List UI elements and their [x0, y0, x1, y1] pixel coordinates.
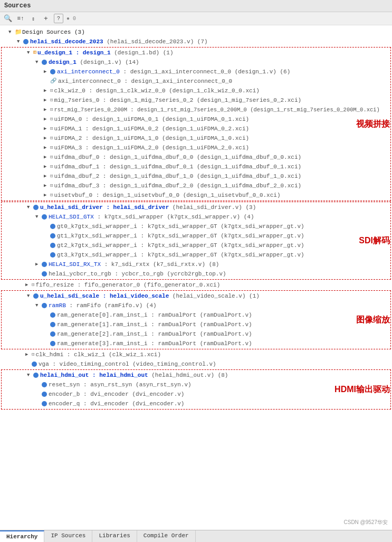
- ip-icon: ⊡: [50, 115, 53, 123]
- fifo-resize-label: fifo_resize : fifo_generator_0 (fifo_gen…: [35, 281, 220, 289]
- ram-gen3-row[interactable]: ▶ ram_generate[3].ram_inst_i : ramDualPo…: [2, 339, 390, 348]
- arrow-icon: ▶: [44, 153, 50, 161]
- mig7series-row[interactable]: ▶ ⊡ mig_7series_0 : design_1_mig_7series…: [2, 96, 390, 105]
- gt2-label: gt2_k7gtx_sdi_wrapper_i : k7gtx_sdi_wrap…: [57, 241, 304, 250]
- gt3-label: gt3_k7gtx_sdi_wrapper_i : k7gtx_sdi_wrap…: [57, 251, 304, 259]
- sdi-decode-section: ▼ u_helai_sdi_driver : helai_sdi_driver …: [0, 202, 392, 280]
- design-sources-label: Design Sources (3): [22, 28, 85, 36]
- arrow-icon: ▼: [17, 37, 23, 46]
- gt0-row[interactable]: ▶ gt0_k7gtx_sdi_wrapper_i : k7gtx_sdi_wr…: [2, 222, 390, 231]
- u-helai-sdi-scale-row[interactable]: ▼ u_helai_sdi_scale : helai_video_scale …: [2, 291, 390, 301]
- hdmi-out-section: ▼ helai_hdmi_out : helai_hdmi_out (helai…: [0, 369, 392, 410]
- encoder-q-label: encoder_q : dvi_encoder (dvi_encoder.v): [49, 400, 184, 408]
- ram-gen0-row[interactable]: ▶ ram_generate[0].ram_inst_i : ramDualPo…: [2, 310, 390, 320]
- gt2-row[interactable]: ▶ gt2_k7gtx_sdi_wrapper_i : k7gtx_sdi_wr…: [2, 241, 390, 250]
- fifo-resize-row[interactable]: ▶ ⊡ fifo_resize : fifo_generator_0 (fifo…: [0, 280, 392, 290]
- axi-interconnect-expand-row[interactable]: ▶ axi_interconnect_0 : design_1_axi_inte…: [2, 67, 390, 77]
- arrow-icon: ▶: [44, 134, 50, 142]
- ram-gen2-row[interactable]: ▶ ram_generate[2].ram_inst_i : ramDualPo…: [2, 329, 390, 339]
- helai-hdmi-out-row[interactable]: ▼ helai_hdmi_out : helai_hdmi_out (helai…: [2, 370, 390, 380]
- gt1-label: gt1_k7gtx_sdi_wrapper_i : k7gtx_sdi_wrap…: [57, 232, 304, 240]
- design1-row[interactable]: ▼ design_1 (design_1.v) (14): [2, 58, 390, 67]
- arrow-icon: ▶: [44, 87, 50, 95]
- helai-sdi-gtx-row[interactable]: ▼ HELAI_SDI_GTX : k7gtx_sdi_wrapper (k7g…: [2, 212, 390, 222]
- uifdma-dbuf1-row[interactable]: ▶ ⊡ uifdma_dbuf_1 : design_1_uifdma_dbuf…: [2, 162, 390, 172]
- ip-icon: ⊡: [50, 153, 53, 161]
- clk-wiz0-label: clk_wiz_0 : design_1_clk_wiz_0_0 (design…: [54, 87, 259, 95]
- axi-interconnect-link-row[interactable]: ▶ 🔗 axi_interconnect_0 : design_1_axi_in…: [2, 77, 390, 86]
- gt1-row[interactable]: ▶ gt1_k7gtx_sdi_wrapper_i : k7gtx_sdi_wr…: [2, 231, 390, 241]
- design-sources-root[interactable]: ▼ 📁 Design Sources (3): [0, 27, 392, 37]
- dot-icon: [42, 262, 47, 267]
- tab-compile-order[interactable]: Compile Order: [137, 530, 196, 542]
- dot-icon: [50, 69, 55, 74]
- helai-sdi-rxtx-label: HELAI_SDI_RX_TX : k7_sdi_rxtx (k7_sdi_rx…: [49, 260, 219, 269]
- ip-icon: ⊡: [50, 106, 53, 114]
- ip-icon: ⊡: [50, 96, 53, 104]
- uisetvbuf-row[interactable]: ▶ ⊡ uisetvbuf_0 : design_1_uisetvbuf_0_0…: [2, 191, 390, 200]
- ip-icon: ⊡: [50, 134, 53, 142]
- tab-hierarchy[interactable]: Hierarchy: [0, 530, 44, 542]
- add-button[interactable]: +: [41, 14, 51, 23]
- arrow-icon: ▼: [27, 49, 33, 57]
- dot-icon: [50, 224, 55, 229]
- hdmi-out-box: ▼ helai_hdmi_out : helai_hdmi_out (helai…: [1, 369, 391, 410]
- clk-hdmi-row[interactable]: ▶ ⊡ clk_hdmi : clk_wiz_1 (clk_wiz_1.xci): [0, 350, 392, 359]
- ramrb-row[interactable]: ▼ ramRB : ramFifo (ramFifo.v) (4): [2, 301, 390, 310]
- search-button[interactable]: 🔍: [3, 14, 13, 23]
- uifdma3-row[interactable]: ▶ ⊡ uiFDMA_3 : design_1_uiFDMA_2_0 (desi…: [2, 143, 390, 153]
- encoder-b-row[interactable]: ▶ encoder_b : dvi_encoder (dvi_encoder.v…: [2, 389, 390, 399]
- arrow-icon: ▶: [44, 96, 50, 104]
- helai-sdi-rxtx-row[interactable]: ▶ HELAI_SDI_RX_TX : k7_sdi_rxtx (k7_sdi_…: [2, 260, 390, 269]
- arrow-icon: ▼: [35, 301, 42, 310]
- ram-gen1-row[interactable]: ▶ ram_generate[1].ram_inst_i : ramDualPo…: [2, 320, 390, 329]
- clk-wiz0-row[interactable]: ▶ ⊡ clk_wiz_0 : design_1_clk_wiz_0_0 (de…: [2, 86, 390, 96]
- u-design1-row[interactable]: ▼ ⊞ u_design_1 : design_1 (design_1.bd) …: [2, 48, 390, 58]
- dot-icon: [42, 214, 47, 220]
- gt3-row[interactable]: ▶ gt3_k7gtx_sdi_wrapper_i : k7gtx_sdi_wr…: [2, 250, 390, 260]
- tab-libraries[interactable]: Libraries: [92, 530, 137, 542]
- uifdma-dbuf3-label: uifdma_dbuf_3 : design_1_uifdma_dbuf_2_0…: [54, 182, 301, 190]
- tab-ip-sources[interactable]: IP Sources: [44, 530, 92, 542]
- arrow-icon: ▼: [35, 213, 42, 221]
- dot-icon: [33, 293, 39, 299]
- top-module-label: helai_sdi_decode_2023 (helai_sdi_decode_…: [30, 37, 208, 46]
- arrow-icon: ▶: [35, 260, 42, 269]
- design1-label: design_1 (design_1.v) (14): [49, 58, 139, 66]
- uifdma2-label: uiFDMA_2 : design_1_uiFDMA_1_0 (design_1…: [54, 134, 249, 142]
- u-helai-sdi-driver-row[interactable]: ▼ u_helai_sdi_driver : helai_sdi_driver …: [2, 203, 390, 212]
- uifdma-dbuf2-row[interactable]: ▶ ⊡ uifdma_dbuf_2 : design_1_uifdma_dbuf…: [2, 172, 390, 181]
- arrow-icon: ▶: [44, 144, 50, 152]
- help-button[interactable]: ?: [54, 14, 63, 23]
- arrow-icon: ▶: [44, 106, 50, 114]
- top-module[interactable]: ▼ helai_sdi_decode_2023 (helai_sdi_decod…: [0, 37, 392, 46]
- uifdma-dbuf0-row[interactable]: ▶ ⊡ uifdma_dbuf_0 : design_1_uifdma_dbuf…: [2, 153, 390, 162]
- collapse-button[interactable]: ≡↑: [16, 14, 25, 23]
- sources-window: Sources 🔍 ≡↑ ⇕ + ? ● 0 ▼ 📁 Design Source…: [0, 0, 392, 542]
- encoder-b-label: encoder_b : dvi_encoder (dvi_encoder.v): [49, 390, 184, 398]
- ycbcr-row[interactable]: ▶ helai_ycbcr_to_rgb : ycbcr_to_rgb (ycr…: [2, 269, 390, 279]
- uifdma1-row[interactable]: ▶ ⊡ uiFDMA_1 : design_1_uiFDMA_0_2 (desi…: [2, 124, 390, 134]
- encoder-q-row[interactable]: ▶ encoder_q : dvi_encoder (dvi_encoder.v…: [2, 399, 390, 408]
- uifdma1-label: uiFDMA_1 : design_1_uiFDMA_0_2 (design_1…: [54, 125, 249, 133]
- ip-icon: ⊡: [50, 182, 53, 190]
- dot-icon: [42, 60, 47, 65]
- uifdma-dbuf3-row[interactable]: ▶ ⊡ uifdma_dbuf_3 : design_1_uifdma_dbuf…: [2, 181, 390, 191]
- ramrb-label: ramRB : ramFifo (ramFifo.v) (4): [49, 301, 157, 310]
- expand-button[interactable]: ⇕: [28, 14, 38, 23]
- uifdma0-row[interactable]: ▶ ⊡ uiFDMA_0 : design_1_uiFDMA_0_1 (desi…: [2, 115, 390, 124]
- tree-container[interactable]: ▼ 📁 Design Sources (3) ▼ helai_sdi_decod…: [0, 25, 392, 530]
- uifdma2-row[interactable]: ▶ ⊡ uiFDMA_2 : design_1_uiFDMA_1_0 (desi…: [2, 134, 390, 143]
- uifdma3-label: uiFDMA_3 : design_1_uiFDMA_2_0 (design_1…: [54, 144, 249, 152]
- ip-icon: ⊡: [50, 144, 53, 152]
- arrow-icon: ▶: [44, 163, 50, 171]
- reset-syn-row[interactable]: ▶ reset_syn : asyn_rst_syn (asyn_rst_syn…: [2, 380, 390, 389]
- vga-row[interactable]: ▶ vga : video_timing_control (video_timi…: [0, 359, 392, 369]
- rst-mig-row[interactable]: ▶ ⊡ rst_mig_7series_0_200M : design_1_rs…: [2, 105, 390, 115]
- helai-hdmi-out-label: helai_hdmi_out : helai_hdmi_out (helai_h…: [40, 371, 228, 379]
- tab-bar: Hierarchy IP Sources Libraries Compile O…: [0, 530, 392, 542]
- title-bar: Sources: [0, 0, 392, 12]
- ip-icon: ⊡: [50, 163, 53, 171]
- folder-icon: 📁: [15, 28, 22, 36]
- ip-icon: ⊡: [50, 125, 53, 133]
